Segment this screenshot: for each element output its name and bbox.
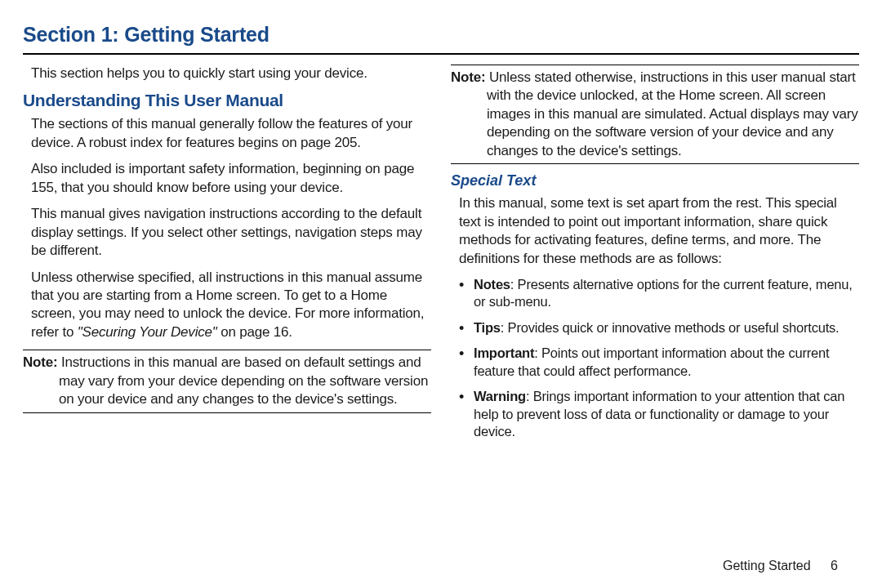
note-body: Unless stated otherwise, instructions in…	[487, 69, 858, 158]
note-block-2: Note: Unless stated otherwise, instructi…	[451, 69, 859, 160]
list-item: Notes: Presents alternative options for …	[459, 276, 859, 311]
title-rule	[23, 53, 859, 55]
note-label: Note:	[451, 69, 485, 85]
bullet-label: Important	[474, 345, 534, 360]
footer-page-number: 6	[831, 559, 838, 572]
bullet-text: : Presents alternative options for the c…	[474, 277, 853, 309]
subsection-heading: Understanding This User Manual	[23, 91, 431, 110]
body-paragraph-with-ref: Unless otherwise specified, all instruct…	[31, 269, 431, 342]
bullet-label: Warning	[474, 389, 526, 403]
list-item: Warning: Brings important information to…	[459, 388, 859, 440]
right-column: Note: Unless stated otherwise, instructi…	[451, 61, 859, 555]
note-rule-top	[23, 350, 431, 350]
two-column-layout: This section helps you to quickly start …	[23, 61, 859, 555]
page-footer: Getting Started 6	[23, 555, 859, 573]
subheading-special-text: Special Text	[451, 172, 859, 189]
special-text-intro: In this manual, some text is set apart f…	[459, 194, 859, 268]
ref-post: on page 16.	[217, 324, 292, 340]
bullet-label: Tips	[474, 320, 501, 335]
bullet-text: : Provides quick or innovative methods o…	[501, 320, 840, 335]
bullet-label: Notes	[474, 277, 510, 292]
body-paragraph: Also included is important safety inform…	[31, 160, 431, 197]
body-paragraph: This manual gives navigation instruction…	[31, 205, 431, 260]
list-item: Tips: Provides quick or innovative metho…	[459, 319, 859, 336]
bullet-text: : Brings important information to your a…	[474, 389, 844, 439]
ref-italic: "Securing Your Device"	[78, 324, 217, 340]
note-rule-top-right	[451, 65, 859, 65]
section-title: Section 1: Getting Started	[23, 23, 859, 47]
definition-list: Notes: Presents alternative options for …	[459, 276, 859, 441]
body-paragraph: The sections of this manual generally fo…	[31, 115, 431, 152]
note-block-1: Note: Instructions in this manual are ba…	[23, 354, 431, 408]
manual-page: Section 1: Getting Started This section …	[0, 0, 882, 588]
left-column: This section helps you to quickly start …	[23, 61, 431, 555]
note-label: Note:	[23, 354, 57, 370]
note-rule-bottom-right	[451, 163, 859, 164]
intro-paragraph: This section helps you to quickly start …	[31, 65, 431, 82]
note-body: Instructions in this manual are based on…	[59, 354, 428, 407]
footer-section-name: Getting Started	[723, 559, 811, 572]
note-rule-bottom	[23, 412, 431, 413]
list-item: Important: Points out important informat…	[459, 345, 859, 380]
